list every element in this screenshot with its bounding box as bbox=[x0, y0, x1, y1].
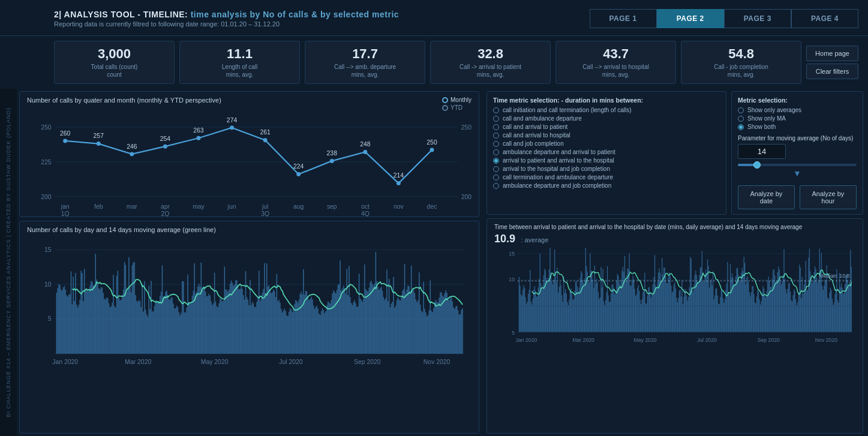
svg-rect-242 bbox=[263, 289, 264, 354]
svg-rect-334 bbox=[365, 289, 367, 354]
svg-rect-735 bbox=[798, 294, 799, 332]
svg-point-8 bbox=[130, 152, 134, 157]
radio-0[interactable] bbox=[493, 107, 499, 113]
metric-radio-2[interactable] bbox=[738, 124, 744, 130]
radio-7[interactable] bbox=[493, 166, 499, 172]
svg-rect-365 bbox=[400, 301, 401, 354]
time-option-9[interactable]: ambulance departure and job completion bbox=[493, 182, 720, 189]
time-option-label-5: ambulance departure and arrival to patie… bbox=[503, 149, 615, 155]
svg-rect-468 bbox=[555, 274, 555, 332]
svg-rect-510 bbox=[593, 288, 594, 332]
svg-rect-125 bbox=[133, 263, 134, 354]
tab-page2[interactable]: PAGE 2 bbox=[657, 9, 724, 28]
home-page-button[interactable]: Home page bbox=[806, 46, 858, 61]
svg-rect-187 bbox=[202, 290, 203, 354]
svg-rect-390 bbox=[428, 315, 429, 354]
svg-rect-698 bbox=[765, 296, 765, 332]
svg-rect-516 bbox=[599, 299, 599, 332]
svg-rect-419 bbox=[460, 314, 461, 354]
svg-rect-133 bbox=[142, 284, 143, 354]
svg-rect-466 bbox=[553, 279, 554, 332]
svg-rect-551 bbox=[630, 286, 631, 332]
radio-4[interactable] bbox=[493, 141, 499, 147]
clear-filters-button[interactable]: Clear filters bbox=[806, 64, 858, 79]
time-option-0[interactable]: call initiation and call termination (le… bbox=[493, 107, 720, 113]
radio-9[interactable] bbox=[493, 183, 499, 189]
svg-rect-443 bbox=[533, 299, 533, 332]
time-option-4[interactable]: call and job completion bbox=[493, 140, 720, 147]
svg-rect-679 bbox=[747, 276, 748, 332]
time-option-2[interactable]: call and arrival to patient bbox=[493, 124, 720, 130]
svg-rect-630 bbox=[702, 282, 703, 332]
svg-rect-336 bbox=[368, 292, 369, 354]
svg-rect-440 bbox=[530, 270, 530, 332]
svg-rect-448 bbox=[537, 296, 537, 332]
svg-rect-87 bbox=[91, 281, 92, 354]
svg-rect-124 bbox=[132, 265, 133, 354]
time-option-5[interactable]: ambulance departure and arrival to patie… bbox=[493, 149, 720, 155]
svg-rect-58 bbox=[58, 284, 59, 354]
radio-8[interactable] bbox=[493, 175, 499, 181]
metric-opt-1[interactable]: Show only MA bbox=[738, 115, 857, 122]
svg-rect-271 bbox=[295, 300, 296, 354]
svg-rect-209 bbox=[226, 290, 227, 354]
svg-rect-515 bbox=[598, 292, 599, 332]
radio-3[interactable] bbox=[493, 133, 499, 139]
time-option-7[interactable]: arrival to the hospital and job completi… bbox=[493, 166, 720, 172]
svg-rect-77 bbox=[80, 300, 81, 354]
svg-text:mar: mar bbox=[127, 204, 137, 211]
slider-track[interactable] bbox=[738, 164, 857, 166]
svg-text:225: 225 bbox=[41, 160, 52, 166]
analyze-by-date-button[interactable]: Analyze by date bbox=[738, 185, 795, 209]
svg-rect-610 bbox=[684, 290, 685, 333]
svg-rect-636 bbox=[708, 266, 708, 332]
radio-1[interactable] bbox=[493, 116, 499, 122]
metric-opt-0[interactable]: Show only averages bbox=[738, 107, 857, 113]
svg-text:15: 15 bbox=[509, 251, 515, 257]
svg-rect-659 bbox=[729, 294, 729, 332]
radio-5[interactable] bbox=[493, 149, 499, 155]
tab-page1[interactable]: PAGE 1 bbox=[590, 9, 657, 28]
slider-thumb[interactable] bbox=[753, 161, 761, 169]
svg-rect-765 bbox=[825, 281, 826, 333]
time-option-8[interactable]: call termination and ambulance departure bbox=[493, 174, 720, 181]
tab-page3[interactable]: PAGE 3 bbox=[724, 9, 791, 28]
svg-rect-163 bbox=[175, 308, 176, 354]
metric-radio-0[interactable] bbox=[738, 107, 744, 113]
svg-rect-368 bbox=[403, 290, 404, 354]
slider-container[interactable] bbox=[738, 164, 857, 166]
svg-rect-177 bbox=[191, 302, 192, 354]
svg-rect-528 bbox=[610, 302, 611, 332]
svg-rect-93 bbox=[97, 283, 98, 354]
svg-rect-315 bbox=[344, 288, 346, 354]
svg-rect-485 bbox=[570, 288, 571, 332]
svg-rect-202 bbox=[218, 303, 220, 354]
analyze-by-hour-button[interactable]: Analyze by hour bbox=[800, 185, 857, 209]
time-option-1[interactable]: call and ambulance departure bbox=[493, 115, 720, 122]
svg-rect-381 bbox=[418, 300, 419, 354]
ma-input[interactable] bbox=[738, 144, 786, 159]
svg-rect-274 bbox=[299, 300, 300, 354]
svg-rect-774 bbox=[834, 303, 834, 333]
svg-rect-522 bbox=[604, 305, 605, 332]
radio-2[interactable] bbox=[493, 124, 499, 130]
metric-opt-2[interactable]: Show both bbox=[738, 124, 857, 130]
tab-page4[interactable]: PAGE 4 bbox=[791, 9, 858, 28]
svg-text:1Q: 1Q bbox=[61, 211, 70, 217]
svg-rect-731 bbox=[795, 291, 795, 332]
svg-rect-92 bbox=[96, 279, 97, 354]
metric-opt-label-2: Show both bbox=[747, 124, 776, 130]
svg-rect-305 bbox=[333, 291, 334, 354]
time-option-3[interactable]: call and arrival to hospital bbox=[493, 132, 720, 139]
svg-rect-174 bbox=[187, 275, 188, 354]
svg-rect-573 bbox=[651, 298, 651, 332]
svg-rect-484 bbox=[570, 291, 570, 332]
svg-rect-224 bbox=[243, 295, 244, 354]
metric-radio-1[interactable] bbox=[738, 116, 744, 122]
svg-rect-239 bbox=[260, 301, 261, 354]
svg-rect-775 bbox=[834, 294, 835, 332]
svg-rect-706 bbox=[772, 279, 773, 332]
radio-6[interactable] bbox=[493, 158, 499, 164]
svg-rect-488 bbox=[573, 299, 574, 332]
time-option-6[interactable]: arrival to patient and arrival to the ho… bbox=[493, 157, 720, 164]
